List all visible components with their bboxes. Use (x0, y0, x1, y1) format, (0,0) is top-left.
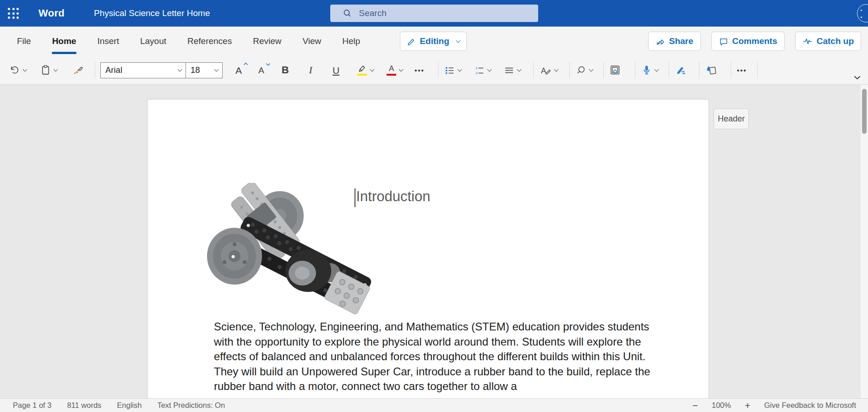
document-paragraph[interactable]: Science, Technology, Engineering, and Ma… (214, 319, 666, 394)
highlighter-icon (357, 65, 367, 72)
pencil-icon (407, 37, 415, 46)
alignment-button[interactable] (503, 63, 522, 77)
grow-font-button[interactable]: A (235, 64, 243, 77)
chevron-down-icon (23, 67, 27, 71)
ribbon-tab-row: File Home Insert Layout References Revie… (0, 27, 868, 56)
reading-view-icon (610, 65, 621, 76)
page-indicator[interactable]: Page 1 of 3 (13, 401, 51, 410)
ribbon-more-options-button[interactable]: ••• (736, 65, 748, 76)
undo-button[interactable] (8, 63, 27, 77)
divider (95, 62, 95, 78)
app-launcher-icon[interactable] (0, 0, 27, 27)
undo-icon (9, 65, 20, 76)
reading-view-button[interactable] (609, 63, 622, 77)
word-brand: Word (38, 7, 65, 19)
zoom-out-button[interactable]: − (692, 401, 698, 410)
text-highlight-button[interactable] (356, 63, 375, 78)
chevron-down-icon (554, 67, 558, 71)
account-avatar[interactable] (857, 4, 868, 22)
status-left: Page 1 of 3 811 words English Text Predi… (13, 401, 225, 410)
waffle-grid (8, 8, 19, 19)
tab-insert[interactable]: Insert (87, 27, 130, 56)
font-name-select[interactable]: Arial (100, 62, 186, 78)
chevron-down-icon (517, 67, 521, 71)
caret-up-icon (243, 62, 248, 66)
shrink-font-button[interactable]: A (257, 64, 265, 77)
numbered-list-icon: 1 2 (474, 65, 485, 76)
tab-file[interactable]: File (6, 27, 42, 56)
find-button[interactable] (575, 63, 594, 77)
font-color-button[interactable]: A (386, 63, 404, 78)
document-page[interactable]: Introduction Science, Technology, Engine… (147, 99, 709, 398)
comment-bubble-icon (719, 37, 728, 46)
chevron-down-icon (589, 67, 593, 71)
ink-editor-button[interactable] (704, 63, 718, 77)
status-right: − 100% + Give Feedback to Microsoft (692, 401, 856, 410)
top-actions: Share Comments Catch up (648, 32, 861, 51)
catch-up-button[interactable]: Catch up (795, 32, 861, 51)
tab-references[interactable]: References (177, 27, 242, 56)
zoom-in-button[interactable]: + (745, 401, 750, 410)
divider (635, 62, 635, 78)
divider (438, 62, 438, 78)
chevron-down-icon (214, 67, 219, 72)
tab-review[interactable]: Review (242, 27, 292, 56)
tab-view[interactable]: View (292, 27, 332, 56)
svg-text:1: 1 (475, 66, 478, 70)
dictate-button[interactable] (640, 63, 659, 77)
font-size-select[interactable]: 18 (186, 62, 223, 78)
text-predictions-toggle[interactable]: Text Predictions: On (157, 401, 225, 410)
chevron-down-icon (456, 38, 460, 43)
styles-icon: A (540, 65, 551, 76)
ink-drop-page-icon (705, 65, 717, 76)
chevron-down-icon (654, 67, 659, 71)
format-painter-icon (73, 65, 84, 76)
paste-button[interactable] (39, 63, 58, 77)
home-ribbon-toolbar: Arial 18 A A B I U (0, 56, 868, 85)
word-count[interactable]: 811 words (67, 401, 101, 410)
editor-button[interactable] (674, 63, 688, 77)
text-cursor (355, 188, 355, 207)
activity-pulse-icon (802, 36, 813, 46)
editor-pen-icon (675, 65, 687, 76)
feedback-link[interactable]: Give Feedback to Microsoft (764, 401, 856, 410)
collapse-ribbon-button[interactable] (854, 76, 861, 80)
bulleted-list-icon (444, 65, 455, 76)
chevron-down-icon (457, 67, 462, 71)
document-canvas: Introduction Science, Technology, Engine… (0, 85, 868, 398)
chevron-down-icon (399, 67, 404, 71)
bullets-button[interactable] (443, 63, 462, 77)
zoom-level[interactable]: 100% (712, 401, 731, 410)
more-font-options-button[interactable]: ••• (414, 65, 426, 76)
font-color-bar (387, 74, 396, 76)
document-heading[interactable]: Introduction (355, 188, 431, 207)
find-icon (576, 65, 586, 76)
tab-layout[interactable]: Layout (130, 27, 177, 56)
chevron-down-icon (178, 67, 182, 72)
caret-down-icon (266, 63, 271, 66)
tab-home[interactable]: Home (42, 27, 87, 56)
document-title[interactable]: Physical Science Letter Home (94, 8, 210, 18)
underline-button[interactable]: U (332, 64, 340, 77)
svg-text:2: 2 (475, 71, 478, 75)
language-indicator[interactable]: English (117, 401, 142, 410)
editing-mode-dropdown[interactable]: Editing (400, 32, 466, 51)
search-input[interactable]: Search (330, 5, 538, 22)
styles-button[interactable]: A (539, 63, 559, 77)
tab-help[interactable]: Help (332, 27, 371, 56)
share-button[interactable]: Share (648, 32, 701, 51)
top-bar: Word Physical Science Letter Home Search (0, 0, 868, 27)
chevron-down-icon (54, 67, 58, 71)
header-button[interactable]: Header (714, 109, 749, 129)
chevron-down-icon (854, 76, 861, 80)
divider (603, 62, 604, 78)
format-painter-button[interactable] (72, 63, 85, 77)
vertical-scrollbar[interactable] (861, 85, 868, 398)
scrollbar-thumb[interactable] (862, 89, 867, 134)
numbering-button[interactable]: 1 2 (473, 63, 492, 77)
bold-button[interactable]: B (281, 63, 290, 77)
comments-button[interactable]: Comments (711, 32, 785, 51)
chevron-down-icon (487, 67, 491, 71)
divider (669, 62, 669, 78)
italic-button[interactable]: I (308, 63, 313, 77)
